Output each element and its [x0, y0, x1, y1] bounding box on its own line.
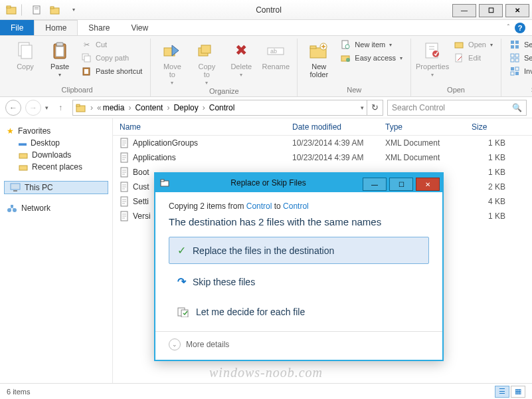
star-icon: ★	[7, 126, 14, 136]
help-icon[interactable]: ?	[515, 23, 525, 33]
copy-path-button[interactable]: Copy path	[78, 52, 145, 64]
qat-separator	[21, 4, 27, 16]
svg-rect-32	[511, 41, 514, 44]
dialog-from-link[interactable]: Control	[246, 201, 272, 211]
breadcrumb[interactable]: « media Content Deploy Control ▾	[72, 100, 367, 116]
file-size: 1 KB	[465, 211, 532, 221]
up-button[interactable]: ↑	[52, 100, 68, 116]
status-bar: 6 items ☰ ▦	[0, 383, 532, 399]
file-type: XML Document	[379, 138, 465, 148]
recent-locations-dropdown[interactable]: ▾	[45, 104, 48, 111]
cut-button[interactable]: ✂Cut	[78, 39, 145, 51]
easy-access-button[interactable]: Easy access	[337, 52, 405, 64]
svg-rect-22	[310, 46, 316, 49]
svg-rect-42	[511, 72, 514, 75]
delete-button[interactable]: ✖ Delete▾	[225, 39, 257, 78]
replace-skip-dialog: Replace or Skip Files — ☐ ✕ Copying 2 it…	[154, 172, 444, 361]
move-to-button[interactable]: Move to▾	[156, 39, 188, 86]
new-folder-button[interactable]: New folder	[303, 39, 335, 78]
back-button[interactable]: ←	[5, 100, 21, 116]
option-replace[interactable]: ✓ Replace the files in the destination	[169, 237, 429, 264]
breadcrumb-part[interactable]: media	[103, 103, 125, 112]
minimize-button[interactable]: —	[452, 4, 476, 17]
edit-icon	[454, 53, 464, 63]
new-item-button[interactable]: New item	[337, 39, 405, 51]
file-name: Cust	[133, 182, 149, 192]
recent-icon	[19, 163, 28, 171]
copy-button[interactable]: Copy	[9, 39, 41, 70]
group-organize: Move to▾ Copy to▾ ✖ Delete▾ ab Rename Or…	[151, 39, 298, 96]
collapse-ribbon-icon[interactable]: ˆ	[507, 24, 509, 31]
breadcrumb-part[interactable]: Deploy	[173, 103, 198, 112]
svg-text:ab: ab	[270, 48, 277, 55]
view-icons-button[interactable]: ▦	[511, 386, 525, 398]
tab-share[interactable]: Share	[78, 20, 120, 35]
file-date: 10/23/2014 4:39 AM	[286, 153, 379, 162]
svg-rect-38	[511, 59, 514, 62]
invert-selection-button[interactable]: Invert selection	[507, 65, 532, 77]
svg-rect-30	[455, 43, 463, 48]
tab-file[interactable]: File	[0, 20, 34, 35]
paste-shortcut-button[interactable]: Paste shortcut	[78, 65, 145, 77]
decide-icon	[177, 307, 189, 317]
table-row[interactable]: Applications10/23/2014 4:39 AMXML Docume…	[113, 150, 532, 165]
file-icon	[120, 152, 129, 163]
qat-dropdown[interactable]: ▾	[65, 3, 82, 17]
sidebar: ★Favorites ▬Desktop Downloads Recent pla…	[0, 118, 113, 383]
new-item-icon	[340, 39, 351, 50]
qat-newfolder-icon[interactable]	[46, 3, 64, 17]
tab-home[interactable]: Home	[34, 20, 78, 35]
svg-rect-35	[515, 45, 519, 49]
easy-access-icon	[340, 53, 351, 63]
tab-view[interactable]: View	[120, 20, 159, 35]
edit-button[interactable]: Edit	[451, 52, 495, 64]
group-label-organize: Organize	[156, 86, 292, 98]
column-headers[interactable]: Name Date modified Type Size	[113, 118, 532, 136]
dialog-maximize-button[interactable]: ☐	[389, 178, 413, 191]
sidebar-item-downloads[interactable]: Downloads	[4, 149, 108, 161]
app-icon[interactable]	[3, 3, 20, 17]
qat-properties-icon[interactable]	[28, 3, 45, 17]
item-count: 6 items	[7, 388, 30, 396]
window-title: Control	[85, 5, 452, 15]
option-skip[interactable]: ↷ Skip these files	[169, 268, 429, 295]
breadcrumb-part[interactable]: Control	[209, 103, 235, 112]
check-icon: ✓	[177, 244, 186, 257]
col-type[interactable]: Type	[379, 122, 465, 132]
rename-icon: ab	[265, 40, 286, 61]
select-all-button[interactable]: Select all	[507, 39, 532, 51]
col-size[interactable]: Size	[465, 122, 532, 132]
more-details-button[interactable]: ⌄ More details	[169, 332, 429, 354]
select-none-button[interactable]: Select none	[507, 52, 532, 64]
copy-to-button[interactable]: Copy to▾	[191, 39, 222, 86]
maximize-button[interactable]: ☐	[479, 4, 503, 17]
sidebar-item-recent[interactable]: Recent places	[4, 161, 108, 173]
col-name[interactable]: Name	[113, 122, 286, 132]
sidebar-item-desktop[interactable]: ▬Desktop	[4, 137, 108, 149]
table-row[interactable]: ApplicationGroups10/23/2014 4:39 AMXML D…	[113, 136, 532, 150]
dialog-titlebar[interactable]: Replace or Skip Files — ☐ ✕	[155, 174, 442, 192]
breadcrumb-part[interactable]: Content	[135, 103, 163, 112]
network-icon	[7, 203, 17, 213]
sidebar-item-thispc[interactable]: This PC	[4, 181, 108, 194]
svg-rect-52	[11, 205, 13, 207]
properties-button[interactable]: Properties▾	[416, 39, 448, 78]
forward-button[interactable]: →	[25, 100, 41, 116]
paste-button[interactable]: Paste ▾	[44, 39, 76, 78]
option-decide[interactable]: Let me decide for each file	[169, 299, 429, 325]
sidebar-favorites[interactable]: ★Favorites	[4, 125, 108, 137]
view-details-button[interactable]: ☰	[495, 386, 509, 398]
sidebar-item-network[interactable]: Network	[4, 202, 108, 214]
refresh-button[interactable]: ↻	[367, 100, 383, 116]
dialog-close-button[interactable]: ✕	[416, 178, 440, 191]
open-button[interactable]: Open	[451, 39, 495, 51]
group-label-clipboard: Clipboard	[9, 84, 145, 96]
paste-shortcut-icon	[81, 66, 92, 76]
rename-button[interactable]: ab Rename	[260, 39, 292, 70]
close-button[interactable]: ✕	[505, 4, 529, 17]
col-date[interactable]: Date modified	[286, 122, 379, 132]
svg-rect-39	[515, 59, 519, 62]
dialog-to-link[interactable]: Control	[283, 201, 309, 211]
dialog-minimize-button[interactable]: —	[363, 178, 387, 191]
search-input[interactable]: Search Control 🔍	[387, 100, 527, 116]
